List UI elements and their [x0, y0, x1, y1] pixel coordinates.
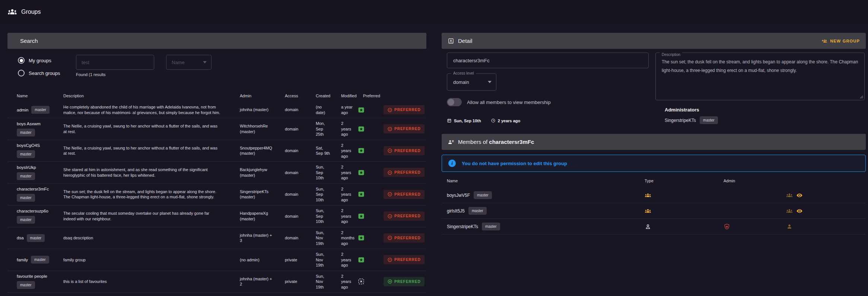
radio-unselected-icon[interactable]	[18, 70, 25, 76]
resize-handle[interactable]	[860, 95, 863, 99]
group-row[interactable]: familymasterfamily group(no admin)privat…	[7, 249, 426, 271]
preferred-button-label: PREFERRED	[394, 108, 421, 112]
member-row[interactable]: girlsIt5J5master	[442, 203, 866, 219]
preferred-toggle-button[interactable]: PREFERRED	[384, 255, 425, 264]
group-name: boysIrUkp	[17, 165, 36, 170]
group-created: Sun, Nov 19th	[309, 274, 334, 290]
group-name: dsa	[17, 236, 24, 240]
member-actions-cell	[782, 208, 866, 214]
description-textarea[interactable]: Description The sun set; the dusk fell o…	[655, 53, 865, 100]
preferred-button-label: PREFERRED	[394, 258, 421, 262]
group-icon[interactable]	[786, 208, 793, 214]
info-icon: i	[448, 160, 456, 167]
group-created: Sun, Sep 10th	[309, 186, 334, 203]
group-created: Sun, Nov 19th	[309, 252, 334, 268]
detail-card-icon	[448, 38, 454, 44]
group-admin: Snoutpepper4MQ (master)	[232, 145, 277, 156]
member-row[interactable]: boysJwV5Fmaster	[442, 188, 866, 203]
master-badge: master	[474, 191, 492, 199]
group-description: this is a list of favourites	[56, 279, 232, 284]
member-type-cell	[645, 192, 724, 199]
preferred-toggle-button[interactable]: PREFERRED	[384, 233, 425, 243]
member-name-cell: boysJwV5Fmaster	[442, 191, 645, 199]
master-badge: master	[31, 256, 49, 264]
visibility-icon[interactable]	[796, 192, 803, 199]
group-row[interactable]: charactersr3mFcmasterThe sun set; the du…	[7, 184, 426, 206]
group-created: Sun, Nov 19th	[309, 230, 334, 246]
membership-visibility-toggle[interactable]	[447, 98, 462, 106]
calendar-icon	[447, 118, 452, 123]
scope-radio-my-groups[interactable]: My groups	[18, 57, 69, 64]
preferred-toggle-button[interactable]: PREFERRED	[384, 124, 425, 133]
member-row[interactable]: SingerstripeKTsmaster	[442, 219, 866, 234]
col-header-name: Name	[7, 94, 56, 98]
dashed-x-icon	[357, 278, 365, 285]
group-row[interactable]: boysIrUkpmasterShe stared at him in asto…	[7, 162, 426, 184]
groups-table-body: adminmasterHe completely abandoned the c…	[7, 102, 426, 296]
group-name-cell: boysIrUkpmaster	[7, 165, 56, 180]
group-preferred-cell: PREFERRED	[369, 211, 422, 221]
person-fill-icon[interactable]	[786, 223, 793, 230]
group-icon	[645, 208, 651, 214]
group-modified: 2 years ago	[334, 143, 357, 159]
group-modified: 2 years ago	[334, 186, 357, 203]
group-row[interactable]: fredmasterfred desc samplejohnha (master…	[7, 293, 426, 296]
group-access: domain	[277, 148, 309, 154]
detail-form: charactersr3mFc Access level domain Allo…	[442, 53, 866, 124]
search-input[interactable]: test	[76, 55, 154, 70]
administrator-item: SingerstripeKTsmaster	[665, 116, 865, 124]
preferred-toggle-button[interactable]: PREFERRED	[384, 168, 425, 177]
group-name-cell: charactersuzp6omaster	[7, 209, 56, 224]
group-created: (no date)	[309, 104, 334, 115]
visibility-icon[interactable]	[796, 208, 803, 214]
group-name-input[interactable]: charactersr3mFc	[447, 53, 649, 68]
master-badge: master	[700, 116, 718, 124]
access-level-label: Access level	[451, 71, 476, 75]
group-name: admin	[17, 108, 28, 112]
group-row[interactable]: dsamasterdsaq descriptionjohnha (master)…	[7, 227, 426, 249]
preferred-toggle-button[interactable]: PREFERRED	[384, 211, 425, 221]
master-badge: master	[31, 106, 50, 114]
group-preferred-cell: PREFERRED	[369, 124, 422, 133]
preferred-toggle-button[interactable]: PREFERRED	[384, 105, 425, 114]
group-name-cell: familymaster	[7, 256, 56, 264]
group-row[interactable]: favourite peoplemasterthis is a list of …	[7, 271, 426, 293]
person-icon	[645, 223, 651, 230]
group-preferred-cell: PREFERRED	[369, 277, 422, 286]
group-name: boys Asxwm	[17, 122, 41, 126]
group-row[interactable]: adminmasterHe completely abandoned the c…	[7, 102, 426, 118]
group-icon[interactable]	[786, 192, 793, 199]
preferred-toggle-button[interactable]: PREFERRED	[384, 277, 425, 286]
group-access: private	[277, 257, 309, 263]
master-badge: master	[17, 129, 35, 136]
group-status-cell	[357, 234, 369, 242]
group-preferred-cell: PREFERRED	[369, 105, 422, 114]
group-row[interactable]: boysCgO4SmasterThe Nellie, a cruising ya…	[7, 140, 426, 162]
group-preferred-cell: PREFERRED	[369, 190, 422, 199]
access-level-select[interactable]: Access level domain	[447, 73, 496, 91]
preferred-toggle-button[interactable]: PREFERRED	[384, 190, 425, 199]
group-modified: 2 years ago	[334, 121, 357, 137]
group-row[interactable]: boys AsxwmmasterThe Nellie, a cruising y…	[7, 118, 426, 140]
group-add-icon	[821, 38, 827, 44]
search-by-select[interactable]: Name	[166, 55, 212, 70]
radio-selected-icon[interactable]	[18, 57, 25, 64]
new-group-label: NEW GROUP	[830, 39, 860, 43]
group-admin: SingerstripeKTs (master)	[232, 189, 277, 200]
group-status-cell	[357, 190, 369, 198]
member-col-admin: Admin	[724, 179, 782, 183]
group-description: The sun set; the dusk fell on the stream…	[56, 189, 232, 200]
new-group-button[interactable]: NEW GROUP	[821, 38, 860, 44]
remove-circle-icon	[387, 170, 392, 175]
group-row[interactable]: charactersuzp6omasterThe secular cooling…	[7, 205, 426, 227]
group-preferred-cell: PREFERRED	[369, 146, 422, 155]
group-dates: Sun, Sep 10th 2 years ago	[447, 118, 649, 123]
scope-radio-search-groups[interactable]: Search groups	[18, 70, 69, 76]
detail-panel-header: Detail NEW GROUP	[442, 33, 866, 49]
member-name: SingerstripeKTs	[447, 224, 478, 229]
master-badge: master	[17, 194, 35, 202]
group-name: favourite people	[17, 274, 47, 278]
col-header-preferred: Preferred	[357, 94, 422, 98]
preferred-button-label: PREFERRED	[394, 236, 421, 240]
preferred-toggle-button[interactable]: PREFERRED	[384, 146, 425, 155]
